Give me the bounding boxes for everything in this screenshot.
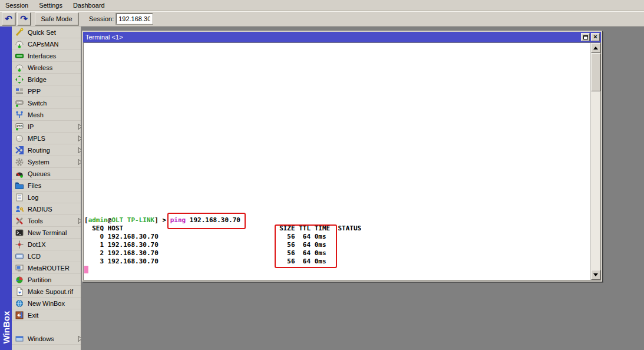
sidebar-item-label: RADIUS <box>28 206 52 213</box>
redo-button[interactable]: ↷ <box>17 12 31 25</box>
sidebar-item-routing[interactable]: Routing <box>12 144 81 156</box>
maximize-button[interactable] <box>581 33 590 41</box>
sidebar-item-windows[interactable]: Windows <box>12 333 81 345</box>
sidebar-item-label: CAPsMAN <box>28 41 59 48</box>
tools-icon <box>15 216 24 226</box>
safe-mode-button[interactable]: Safe Mode <box>35 12 78 25</box>
sidebar-item-label: Exit <box>28 312 38 319</box>
ip-icon: 255 <box>15 122 24 131</box>
sidebar-menu: Quick SetCAPsMANInterfacesWirelessBridge… <box>12 27 81 350</box>
sidebar-item-label: Queues <box>28 170 51 177</box>
sidebar-item-ppp[interactable]: PPP <box>12 85 81 97</box>
sidebar-item-label: MetaROUTER <box>28 265 70 272</box>
sidebar-item-make-supout-rif[interactable]: Make Supout.rif <box>12 286 81 298</box>
sidebar-item-capsman[interactable]: CAPsMAN <box>12 38 81 50</box>
sidebar-item-label: Wireless <box>28 64 52 71</box>
sidebar-item-new-winbox[interactable]: New WinBox <box>12 298 81 309</box>
sidebar-item-tools[interactable]: Tools <box>12 215 81 227</box>
sidebar-item-mpls[interactable]: MPLS <box>12 133 81 144</box>
sidebar-item-queues[interactable]: Queues <box>12 168 81 180</box>
scroll-up-icon <box>593 47 598 49</box>
sidebar-item-label: New Terminal <box>28 229 67 236</box>
sidebar-item-partition[interactable]: Partition <box>12 274 81 286</box>
sidebar-item-label: MPLS <box>28 135 45 142</box>
log-icon <box>15 193 24 202</box>
terminal-title: Terminal <1> <box>85 34 581 41</box>
sidebar-item-label: Switch <box>28 100 47 107</box>
sidebar-item-files[interactable]: Files <box>12 180 81 191</box>
sidebar-item-label: Interfaces <box>28 52 56 60</box>
sidebar-item-metarouter[interactable]: MetaROUTER <box>12 262 81 274</box>
new-winbox-icon <box>15 299 24 308</box>
sidebar-item-label: Partition <box>28 276 51 283</box>
terminal-titlebar[interactable]: Terminal <1> × <box>83 32 601 42</box>
sidebar-item-label: Routing <box>28 147 50 154</box>
toolbar: ↶ ↷ Safe Mode Session: <box>0 11 644 27</box>
sidebar-item-radius[interactable]: RADIUS <box>12 203 81 215</box>
sidebar-item-label: IP <box>28 123 34 130</box>
terminal-text: [admin@OLT TP-LINK] > ping 192.168.30.70… <box>84 216 361 266</box>
sidebar-separator-gap <box>12 321 81 333</box>
sidebar-item-ip[interactable]: 255IP <box>12 121 81 133</box>
sidebar-item-lcd[interactable]: LCD <box>12 250 81 262</box>
sidebar-item-label: Make Supout.rif <box>28 288 73 295</box>
close-icon: × <box>593 34 597 40</box>
terminal-scrollbar[interactable] <box>590 43 600 280</box>
winbox-brand-vertical: WinBox <box>0 310 12 346</box>
terminal-window: Terminal <1> × [admin@OLT TP-LINK] > pin… <box>82 31 602 282</box>
svg-text:255: 255 <box>16 124 23 128</box>
sidebar: WinBox Quick SetCAPsMANInterfacesWireles… <box>0 27 81 350</box>
sidebar-item-bridge[interactable]: Bridge <box>12 74 81 85</box>
menubar: SessionSettingsDashboard <box>0 0 644 11</box>
redo-icon: ↷ <box>20 14 28 23</box>
sidebar-item-interfaces[interactable]: Interfaces <box>12 50 81 62</box>
sidebar-item-new-terminal[interactable]: New Terminal <box>12 227 81 239</box>
sidebar-item-label: System <box>28 159 49 166</box>
close-button[interactable]: × <box>591 33 600 41</box>
sidebar-item-label: Bridge <box>28 76 47 83</box>
mesh-icon <box>15 110 24 120</box>
new-terminal-icon <box>15 228 24 237</box>
sidebar-item-label: Files <box>28 182 41 189</box>
bridge-icon <box>15 75 24 84</box>
sidebar-item-label: Tools <box>28 217 43 224</box>
sidebar-item-log[interactable]: Log <box>12 191 81 203</box>
queues-icon <box>15 169 24 179</box>
menu-session[interactable]: Session <box>0 1 34 11</box>
system-icon <box>15 157 24 167</box>
wireless-icon <box>15 63 24 72</box>
menu-settings[interactable]: Settings <box>34 1 68 11</box>
menu-dashboard[interactable]: Dashboard <box>68 1 110 11</box>
partition-icon <box>15 275 24 285</box>
undo-icon: ↶ <box>5 14 12 23</box>
mpls-icon <box>15 134 24 143</box>
sidebar-item-label: Windows <box>28 335 54 342</box>
sidebar-item-exit[interactable]: Exit <box>12 309 81 321</box>
scrollbar-down-button[interactable] <box>591 270 600 280</box>
undo-button[interactable]: ↶ <box>2 12 15 25</box>
interfaces-icon <box>15 51 24 61</box>
maximize-icon <box>583 35 588 39</box>
sidebar-item-wireless[interactable]: Wireless <box>12 62 81 74</box>
sidebar-item-label: Mesh <box>28 111 44 118</box>
sidebar-item-system[interactable]: System <box>12 156 81 168</box>
sidebar-item-dot1x[interactable]: Dot1X <box>12 239 81 250</box>
quick-set-icon <box>15 28 24 37</box>
scrollbar-up-button[interactable] <box>591 43 600 53</box>
exit-icon <box>15 311 24 320</box>
session-label: Session: <box>89 15 114 22</box>
sidebar-item-mesh[interactable]: Mesh <box>12 109 81 121</box>
terminal-cursor <box>84 266 88 273</box>
winbox-app: SessionSettingsDashboard ↶ ↷ Safe Mode S… <box>0 0 644 350</box>
metarouter-icon <box>15 263 24 273</box>
session-input[interactable] <box>116 14 153 24</box>
capsman-icon <box>15 39 24 49</box>
routing-icon <box>15 146 24 155</box>
make-supout-icon <box>15 287 24 296</box>
sidebar-item-switch[interactable]: Switch <box>12 97 81 109</box>
scrollbar-thumb[interactable] <box>591 54 600 91</box>
sidebar-item-quick-set[interactable]: Quick Set <box>12 27 81 38</box>
radius-icon <box>15 204 24 214</box>
sidebar-item-label: LCD <box>28 253 41 260</box>
terminal-content[interactable]: [admin@OLT TP-LINK] > ping 192.168.30.70… <box>83 42 601 280</box>
